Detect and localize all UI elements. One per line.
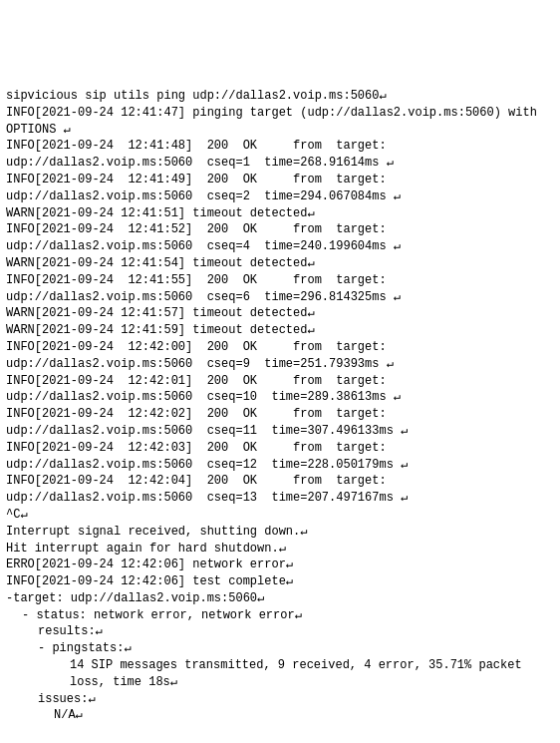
terminal-line: sipvicious sip utils ping udp://dallas2.… (6, 88, 554, 105)
terminal-line: INFO[2021-09-24 12:42:04] 200 OK from ta… (6, 473, 554, 507)
terminal-line: INFO[2021-09-24 12:41:48] 200 OK from ta… (6, 138, 554, 172)
terminal-line: ^C↵ (6, 507, 554, 524)
terminal-line: INFO[2021-09-24 12:42:00] 200 OK from ta… (6, 339, 554, 373)
terminal-line: INFO[2021-09-24 12:42:06] test complete↵ (6, 573, 554, 590)
terminal-line: WARN[2021-09-24 12:41:59] timeout detect… (6, 322, 554, 339)
terminal-line: 14 SIP messages transmitted, 9 received,… (6, 657, 554, 691)
terminal-line: N/A↵ (6, 707, 554, 724)
terminal-line: INFO[2021-09-24 12:42:03] 200 OK from ta… (6, 440, 554, 474)
terminal-output: sipvicious sip utils ping udp://dallas2.… (6, 71, 554, 724)
terminal-line: INFO[2021-09-24 12:41:55] 200 OK from ta… (6, 272, 554, 306)
terminal-line: - pingstats:↵ (6, 640, 554, 657)
terminal-line: Hit interrupt again for hard shutdown.↵ (6, 541, 554, 557)
terminal-line: - status: network error, network error↵ (6, 607, 554, 624)
terminal-line: WARN[2021-09-24 12:41:54] timeout detect… (6, 255, 554, 272)
terminal-line: WARN[2021-09-24 12:41:57] timeout detect… (6, 305, 554, 322)
terminal-line: results:↵ (6, 623, 554, 640)
terminal-line: -target: udp://dallas2.voip.ms:5060↵ (6, 590, 554, 607)
terminal-line: ERRO[2021-09-24 12:42:06] network error↵ (6, 557, 554, 573)
terminal-line: INFO[2021-09-24 12:41:47] pinging target… (6, 105, 554, 139)
terminal-line: INFO[2021-09-24 12:41:49] 200 OK from ta… (6, 172, 554, 205)
terminal-line: INFO[2021-09-24 12:42:01] 200 OK from ta… (6, 373, 554, 407)
terminal-line: Interrupt signal received, shutting down… (6, 524, 554, 541)
terminal-line: issues:↵ (6, 691, 554, 708)
terminal-line: INFO[2021-09-24 12:42:02] 200 OK from ta… (6, 406, 554, 440)
terminal-line: WARN[2021-09-24 12:41:51] timeout detect… (6, 205, 554, 222)
terminal-line: INFO[2021-09-24 12:41:52] 200 OK from ta… (6, 221, 554, 255)
